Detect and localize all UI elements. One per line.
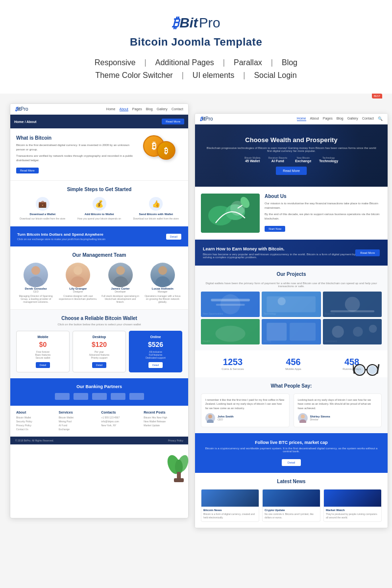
projects-subtitle: Digital wallets have been the primary fo… bbox=[201, 282, 382, 288]
team-member-1: Derek Gonzalez CEO Managing Director of … bbox=[16, 263, 55, 303]
svg-rect-39 bbox=[267, 323, 287, 341]
footer-col-about: About Bitcoin Wallet Security Policy Pri… bbox=[16, 411, 55, 432]
partner-logo-4 bbox=[111, 393, 125, 400]
team-role-4: Manager bbox=[158, 290, 168, 293]
footer-post-2: New Wallet Release bbox=[144, 420, 182, 423]
team-bio-2: Creative designer with vast experience i… bbox=[58, 294, 98, 300]
news-section: Latest News Bitcoin News Bitcoin is a fo… bbox=[195, 473, 388, 528]
about-title: About Us bbox=[265, 194, 382, 199]
bitcoin-icon: ₿ bbox=[172, 15, 179, 31]
feature-ui-elements: UI elements bbox=[187, 71, 240, 80]
testimonial-role-1: CEO bbox=[218, 418, 234, 421]
testimonial-role-2: Director bbox=[310, 418, 330, 421]
svg-rect-11 bbox=[177, 472, 181, 479]
footer-services-1: Bitcoin Wallet bbox=[59, 416, 98, 419]
news-item-text-1: Bitcoin is a form of digital currency, c… bbox=[203, 513, 257, 519]
about-btn[interactable]: Start Now bbox=[265, 226, 285, 232]
testimonial-name-area-2: Shirley Simms Director bbox=[310, 415, 330, 421]
cta-btn[interactable]: Detail bbox=[166, 234, 181, 240]
svg-point-32 bbox=[278, 297, 286, 305]
right-nav-gallery[interactable]: Gallery bbox=[347, 117, 358, 121]
step-item-3: 👍 Send Bitcoin with Wallet Download our … bbox=[129, 197, 182, 220]
btc-banner-btn[interactable]: Detail bbox=[282, 459, 301, 466]
team-bio-3: Full stack developer specialising in blo… bbox=[101, 294, 140, 303]
project-card-3[interactable]: Business bbox=[323, 292, 382, 317]
wallet-btn-mobile[interactable]: Detail bbox=[36, 362, 50, 368]
partner-logo-3 bbox=[92, 393, 107, 400]
stat-number-2: 456 bbox=[286, 357, 300, 368]
testimonial-item-1: I remember it like that the first time I… bbox=[201, 393, 290, 427]
svg-point-47 bbox=[301, 415, 305, 418]
right-nav-home[interactable]: Home bbox=[297, 117, 306, 121]
left-nav-links: Home About Pages Blog Gallery Contact bbox=[106, 107, 183, 111]
project-card-1[interactable]: New Opportunities bbox=[201, 292, 260, 317]
nav-gallery[interactable]: Gallery bbox=[157, 107, 168, 111]
svg-point-2 bbox=[74, 266, 82, 275]
wallet-price-desktop: $120 bbox=[92, 341, 107, 348]
nav-pages[interactable]: Pages bbox=[132, 107, 142, 111]
team-bio-1: Managing Director of Spanning Group, a l… bbox=[16, 294, 55, 303]
feature-parallax: Parallax bbox=[228, 58, 268, 67]
project-card-2[interactable]: Technology bbox=[262, 292, 320, 317]
svg-rect-35 bbox=[330, 310, 374, 312]
footer-contact-2: info@bitpro.com bbox=[101, 420, 140, 423]
step-desc-2: How you spend your bitcoin depends on bbox=[77, 217, 121, 220]
logo-pro: Pro bbox=[199, 15, 220, 31]
nav-contact[interactable]: Contact bbox=[172, 107, 183, 111]
project-card-5[interactable]: Mining bbox=[262, 319, 320, 344]
step-icon-1: 💼 bbox=[36, 197, 49, 211]
right-nav: ₿itPro Home About Pages Blog Gallery Con… bbox=[195, 114, 388, 124]
right-nav-logo: ₿itPro bbox=[200, 116, 213, 122]
projects-title: Our Projects bbox=[201, 271, 382, 277]
right-nav-pages[interactable]: Pages bbox=[323, 117, 333, 121]
hero-btn[interactable]: Read More bbox=[276, 167, 307, 175]
svg-rect-19 bbox=[376, 364, 379, 374]
project-card-6[interactable]: Investment bbox=[323, 319, 382, 344]
cta-main-text: Turn Bitcoin Into Dollars and Spend Anyw… bbox=[17, 232, 105, 237]
right-nav-about[interactable]: About bbox=[310, 117, 319, 121]
news-item-3[interactable]: Market Watch They're produced by people … bbox=[323, 489, 382, 522]
what-btn[interactable]: Read More bbox=[16, 168, 39, 173]
wallet-btn-desktop[interactable]: Detail bbox=[92, 362, 106, 368]
about-section: About Us Our mission is to revolutionise… bbox=[195, 187, 388, 240]
nav-about[interactable]: About bbox=[120, 107, 128, 111]
what-text2: Transactions are verified by network nod… bbox=[16, 154, 138, 163]
svg-point-15 bbox=[355, 366, 364, 374]
svg-rect-31 bbox=[267, 296, 316, 313]
footer-contact-3: New York, NY bbox=[101, 424, 140, 427]
learn-text: Learn How to Earn Money with Bitcoin. Bi… bbox=[203, 246, 355, 259]
left-hero-button[interactable]: Read More bbox=[162, 119, 184, 124]
wallet-type-desktop: Desktop bbox=[93, 335, 106, 339]
svg-point-1 bbox=[28, 276, 43, 287]
step-item-2: 💰 Add Bitcoin to Wallet How you spend yo… bbox=[73, 197, 126, 220]
project-card-inner-4: Health bbox=[201, 319, 260, 344]
sep4: | bbox=[179, 71, 187, 80]
footer-about-4: Contact Us bbox=[16, 428, 55, 431]
steps-title: Simple Steps to Get Started bbox=[16, 187, 182, 192]
right-nav-contact[interactable]: Contact bbox=[362, 117, 374, 121]
sep1: | bbox=[142, 58, 149, 67]
wallet-btn-online[interactable]: Detail bbox=[148, 362, 163, 368]
learn-btn[interactable]: Read More bbox=[355, 249, 380, 256]
step-item-1: 💼 Download a Wallet Download our bitcoin… bbox=[16, 197, 69, 220]
hero-stat-2: Receiver Reports AI Fund bbox=[269, 156, 288, 163]
right-nav-blog[interactable]: Blog bbox=[337, 117, 343, 121]
news-item-1[interactable]: Bitcoin News Bitcoin is a form of digita… bbox=[201, 489, 259, 522]
partner-logo-1 bbox=[55, 393, 70, 400]
team-section: Our Management Team Derek Gonzalez CEO M… bbox=[10, 246, 188, 309]
nav-blog[interactable]: Blog bbox=[146, 107, 153, 111]
privacy-link[interactable]: Privacy Policy bbox=[168, 439, 183, 442]
project-card-4[interactable]: Health bbox=[201, 319, 260, 344]
svg-point-0 bbox=[31, 266, 40, 275]
footer-about-title: About bbox=[16, 411, 55, 414]
svg-point-37 bbox=[216, 326, 245, 342]
nav-home[interactable]: Home bbox=[106, 107, 116, 111]
right-nav-search[interactable]: 🔍 bbox=[378, 117, 383, 121]
step-icon-3: 👍 bbox=[149, 197, 163, 211]
about-image-inner bbox=[201, 194, 260, 233]
news-item-2[interactable]: Crypto Update No one controls it. Bitcoi… bbox=[262, 489, 320, 522]
svg-point-3 bbox=[71, 276, 85, 287]
step-label-2: Add Bitcoin to Wallet bbox=[84, 213, 114, 216]
hero-stat-1: Bitcoin Wallets 45 Wallet bbox=[245, 156, 261, 163]
svg-point-48 bbox=[299, 419, 306, 423]
